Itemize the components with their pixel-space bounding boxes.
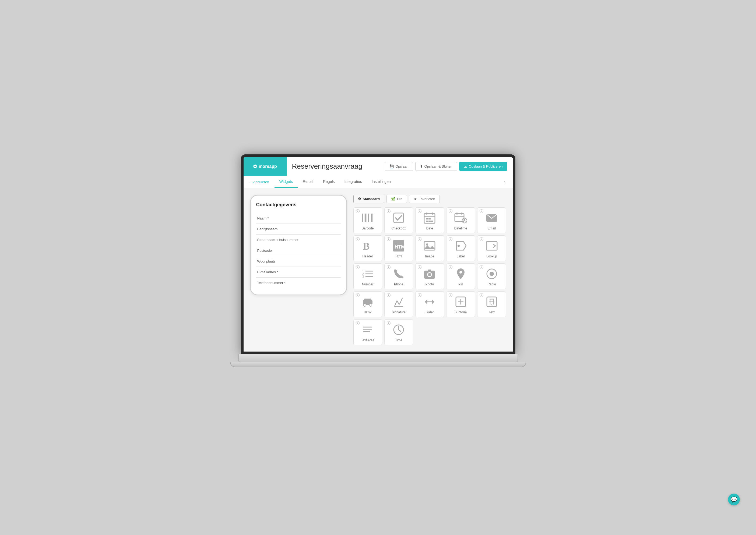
info-icon: i	[418, 209, 422, 213]
save-close-icon: ⬆	[420, 164, 423, 168]
widget-barcode[interactable]: i Barcode	[353, 208, 382, 233]
widget-subform[interactable]: i Subform	[446, 291, 475, 317]
widget-tab-pro[interactable]: 🌿 Pro	[387, 195, 407, 203]
widget-text[interactable]: i Text	[477, 291, 506, 317]
label-icon	[454, 239, 467, 252]
photo-label: Photo	[425, 282, 434, 286]
email-icon	[485, 211, 498, 224]
svg-rect-2	[365, 213, 366, 222]
widget-label[interactable]: i Label	[446, 235, 475, 261]
info-icon: i	[356, 209, 360, 213]
info-icon: i	[418, 293, 422, 297]
form-preview: Contactgegevens Naam * Bedrijfsnaam Stra…	[250, 195, 347, 345]
form-field-naam: Naam *	[256, 213, 341, 224]
back-button[interactable]: ← Annuleren	[249, 180, 269, 184]
time-icon	[392, 323, 405, 336]
date-icon	[423, 211, 436, 224]
widget-tab-standaard[interactable]: ⚙ Standaard	[353, 195, 385, 203]
radio-icon	[485, 268, 498, 280]
phone-mockup: Contactgegevens Naam * Bedrijfsnaam Stra…	[250, 195, 347, 296]
widget-image[interactable]: i Image	[415, 235, 444, 261]
widget-email[interactable]: i Email	[477, 208, 506, 233]
svg-rect-17	[431, 221, 433, 222]
standaard-icon: ⚙	[358, 197, 361, 201]
image-label: Image	[425, 254, 434, 258]
widget-phone[interactable]: i Phone	[384, 263, 413, 289]
svg-rect-13	[426, 218, 428, 219]
info-icon: i	[387, 293, 391, 297]
widget-number[interactable]: i 123 Number	[353, 263, 382, 289]
widget-textarea[interactable]: i Text Area	[353, 319, 382, 345]
info-icon: i	[387, 209, 391, 213]
datetime-label: Datetime	[454, 226, 467, 230]
pin-label: Pin	[458, 282, 463, 286]
save-publish-button[interactable]: ☁ Opslaan & Publiceren	[459, 162, 507, 171]
widget-checkbox[interactable]: i Checkbox	[384, 208, 413, 233]
tab-regels[interactable]: Regels	[318, 176, 340, 188]
chat-button[interactable]: 💬	[728, 493, 740, 505]
logo-text: moreapp	[259, 164, 277, 169]
svg-rect-5	[370, 213, 370, 222]
info-icon: i	[418, 237, 422, 241]
svg-marker-52	[425, 299, 427, 304]
barcode-icon	[361, 211, 374, 224]
widget-pin[interactable]: i Pin	[446, 263, 475, 289]
save-close-button[interactable]: ⬆ Opslaan & Sluiten	[415, 162, 457, 171]
checkbox-label: Checkbox	[392, 226, 406, 230]
info-icon: i	[387, 321, 391, 325]
tab-instellingen[interactable]: Instellingen	[367, 176, 395, 188]
time-label: Time	[395, 338, 402, 342]
info-icon: i	[387, 265, 391, 269]
image-icon	[423, 239, 436, 252]
nav-tabs: Widgets E-mail Regels Integraties Instel…	[275, 176, 502, 188]
tab-email[interactable]: E-mail	[298, 176, 318, 188]
svg-line-58	[491, 304, 492, 306]
svg-line-64	[398, 330, 401, 331]
widget-photo[interactable]: i Photo	[415, 263, 444, 289]
info-icon: i	[449, 293, 452, 297]
text-icon	[485, 296, 498, 308]
pin-icon	[454, 268, 467, 280]
form-field-postcode: Postcode	[256, 245, 341, 256]
tab-widgets[interactable]: Widgets	[275, 176, 298, 188]
widget-header[interactable]: i B Header	[353, 235, 382, 261]
save-icon: 💾	[390, 164, 394, 168]
svg-rect-3	[366, 213, 367, 222]
widget-slider[interactable]: i Slider	[415, 291, 444, 317]
save-button[interactable]: 💾 Opslaan	[385, 162, 413, 171]
lookup-label: Lookup	[486, 254, 497, 258]
svg-point-31	[457, 245, 460, 247]
number-label: Number	[362, 282, 374, 286]
header-label: Header	[362, 254, 373, 258]
widget-radio[interactable]: i Radio	[477, 263, 506, 289]
subform-label: Subform	[454, 310, 467, 314]
label-label: Label	[457, 254, 465, 258]
svg-rect-14	[428, 218, 431, 219]
widget-tabs: ⚙ Standaard 🌿 Pro ★ Favorieten	[353, 195, 506, 203]
tab-integraties[interactable]: Integraties	[340, 176, 367, 188]
photo-icon	[423, 268, 436, 280]
widget-tab-favorieten[interactable]: ★ Favorieten	[409, 195, 440, 203]
datetime-icon	[454, 211, 467, 224]
rdw-label: RDW	[364, 310, 372, 314]
svg-point-48	[363, 304, 366, 306]
radio-label: Radio	[487, 282, 496, 286]
svg-rect-7	[372, 213, 373, 222]
widget-date[interactable]: i Date	[415, 208, 444, 233]
svg-point-30	[426, 243, 428, 245]
nav-collapse-button[interactable]: ‹	[501, 178, 507, 187]
svg-rect-47	[364, 298, 371, 301]
widget-rdw[interactable]: i RDW	[353, 291, 382, 317]
header-icon: B	[361, 239, 374, 252]
widget-signature[interactable]: i Signature	[384, 291, 413, 317]
widget-datetime[interactable]: i Datetime	[446, 208, 475, 233]
pro-icon: 🌿	[391, 197, 395, 201]
checkbox-icon	[392, 211, 405, 224]
widget-time[interactable]: i Time	[384, 319, 413, 345]
form-field-woonplaats: Woonplaats	[256, 256, 341, 267]
save-publish-icon: ☁	[464, 164, 467, 168]
svg-rect-16	[428, 221, 431, 222]
widget-html[interactable]: i HTML Html	[384, 235, 413, 261]
info-icon: i	[387, 237, 391, 241]
widget-lookup[interactable]: i Lookup	[477, 235, 506, 261]
